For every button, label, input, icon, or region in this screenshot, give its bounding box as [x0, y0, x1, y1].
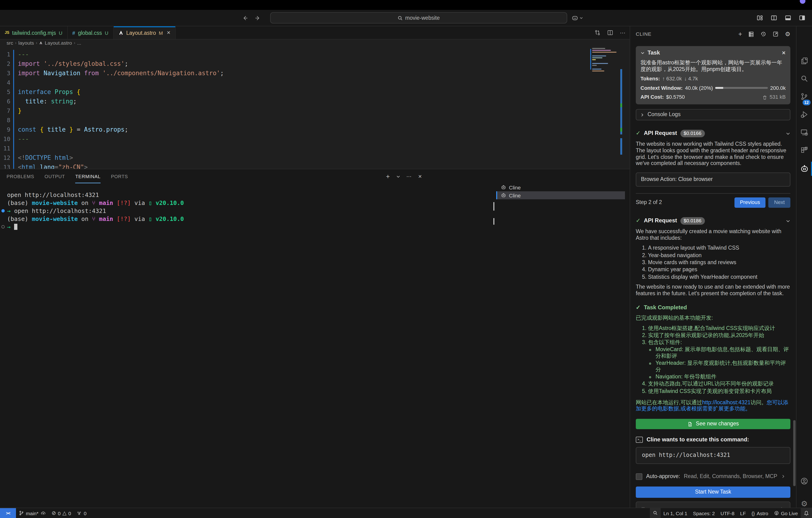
- code-line[interactable]: <!DOCTYPE html>: [18, 153, 630, 163]
- cursor-position[interactable]: Ln 1, Col 1: [661, 508, 690, 518]
- code-editor[interactable]: 12345678910111213 ---import '../styles/g…: [0, 46, 630, 169]
- chevron-down-icon[interactable]: [786, 219, 790, 223]
- close-icon[interactable]: ✕: [167, 30, 171, 35]
- close-task-icon[interactable]: ✕: [782, 50, 786, 56]
- minimap[interactable]: [592, 48, 619, 118]
- breadcrumb-item[interactable]: layouts: [18, 40, 34, 46]
- message-input-box[interactable]: ▷: [636, 501, 790, 508]
- previous-button[interactable]: Previous: [734, 197, 766, 208]
- toggle-secondary-sidebar-icon[interactable]: [799, 15, 805, 21]
- chevron-down-icon[interactable]: [786, 131, 790, 136]
- search-status-icon[interactable]: [650, 508, 661, 518]
- open-in-editor-icon[interactable]: [773, 31, 779, 37]
- chevron-down-icon: [579, 16, 583, 20]
- panel-tab-problems[interactable]: PROBLEMS: [7, 169, 34, 183]
- recording-indicator-dot: [800, 0, 805, 4]
- breadcrumb[interactable]: src › layouts › Layout.astro › ...: [0, 39, 630, 46]
- auto-approve-row[interactable]: Auto-approve: Read, Edit, Commands, Brow…: [636, 473, 790, 480]
- eol-sequence[interactable]: LF: [737, 508, 749, 518]
- chevron-right-icon: ›: [36, 40, 37, 45]
- encoding[interactable]: UTF-8: [718, 508, 737, 518]
- indentation[interactable]: Spaces: 2: [690, 508, 718, 518]
- trash-icon[interactable]: [762, 95, 767, 100]
- breadcrumb-item[interactable]: Layout.astro: [45, 40, 72, 46]
- code-line[interactable]: [18, 78, 630, 87]
- code-line[interactable]: import Navigation from '../components/Na…: [18, 68, 630, 78]
- remote-indicator[interactable]: ><: [0, 508, 16, 518]
- history-icon[interactable]: [760, 31, 767, 37]
- code-line[interactable]: interface Props {: [18, 87, 630, 97]
- git-branch-item[interactable]: main*: [16, 508, 49, 518]
- panel-tab-ports[interactable]: PORTS: [111, 169, 128, 183]
- chevron-down-icon[interactable]: [640, 51, 645, 55]
- language-mode[interactable]: {}Astro: [749, 508, 771, 518]
- start-new-task-button[interactable]: Start New Task: [636, 487, 790, 498]
- terminal-dropdown-icon[interactable]: [396, 174, 400, 178]
- open-changes-icon[interactable]: [594, 30, 601, 36]
- breadcrumb-item[interactable]: ...: [77, 40, 81, 46]
- ports-item[interactable]: 0: [74, 508, 89, 518]
- see-new-changes-button[interactable]: See new changes: [636, 419, 790, 429]
- api-request-row[interactable]: ✓ API Request $0.0166: [636, 130, 790, 137]
- check-icon: ✓: [636, 130, 640, 137]
- run-debug-icon[interactable]: [796, 106, 812, 122]
- problems-item[interactable]: ⊘0 △0: [49, 508, 74, 518]
- overview-ruler: [620, 69, 622, 155]
- settings-icon[interactable]: ⚙: [785, 30, 790, 37]
- account-icon[interactable]: [796, 473, 812, 489]
- breadcrumb-item[interactable]: src: [7, 40, 13, 46]
- js-icon: JS: [5, 31, 9, 35]
- terminal-instance-cline[interactable]: Cline: [496, 183, 625, 191]
- api-request-row[interactable]: ✓ API Request $0.0186: [636, 217, 790, 225]
- auto-approve-checkbox[interactable]: [636, 473, 642, 480]
- panel-more-icon[interactable]: ⋯: [406, 173, 412, 179]
- copilot-menu[interactable]: [572, 15, 583, 21]
- code-line[interactable]: [18, 116, 630, 125]
- terminal-output[interactable]: open http://localhost:4321(base) movie-w…: [0, 183, 492, 508]
- cline-scrollbar[interactable]: [793, 420, 795, 486]
- browse-action-box: Browse Action: Close browser: [636, 173, 790, 186]
- terminal-instance-cline[interactable]: Cline: [496, 191, 625, 199]
- extensions-icon[interactable]: [796, 142, 812, 158]
- code-line[interactable]: title: string;: [18, 97, 630, 106]
- source-control-icon[interactable]: 12: [796, 88, 812, 104]
- code-line[interactable]: ---: [18, 135, 630, 144]
- code-line[interactable]: [18, 144, 630, 153]
- command-box[interactable]: open http://localhost:4321: [636, 447, 790, 464]
- tab-tailwind-config[interactable]: JS tailwind.config.mjs U: [0, 26, 67, 39]
- new-task-icon[interactable]: +: [738, 30, 742, 38]
- completion-list-item: 使用Tailwind CSS实现了美观的渐变背景和卡片布局: [648, 388, 790, 395]
- history-forward-icon[interactable]: [255, 15, 261, 21]
- localhost-link[interactable]: http://localhost:4321: [702, 399, 750, 405]
- panel-tab-terminal[interactable]: TERMINAL: [76, 169, 101, 183]
- code-line[interactable]: const { title } = Astro.props;: [18, 125, 630, 135]
- console-logs-section[interactable]: Console Logs: [636, 109, 790, 120]
- code-line[interactable]: <html lang="zh-CN">: [18, 163, 630, 169]
- cline-conversation[interactable]: Task ✕ 我准备用astro框架整一个观影网站，网站每一页展示每一年度的观影…: [630, 41, 796, 508]
- notifications-bell-icon[interactable]: [801, 508, 812, 518]
- split-editor-icon[interactable]: [607, 30, 613, 36]
- split-editor-icon[interactable]: [771, 15, 777, 21]
- toggle-panel-icon[interactable]: [785, 15, 791, 21]
- next-button[interactable]: Next: [768, 197, 790, 208]
- go-live-item[interactable]: Go Live: [771, 508, 801, 518]
- chevron-right-icon: ›: [74, 40, 75, 45]
- cline-extension-icon[interactable]: [796, 161, 812, 177]
- code-line[interactable]: ---: [18, 50, 630, 59]
- code-line[interactable]: }: [18, 106, 630, 116]
- history-back-icon[interactable]: [242, 15, 248, 21]
- tab-layout-astro[interactable]: Layout.astro M ✕: [114, 26, 176, 39]
- code-content[interactable]: ---import '../styles/global.css';import …: [14, 46, 630, 169]
- tab-global-css[interactable]: # global.css U: [67, 26, 114, 39]
- remote-explorer-icon[interactable]: [796, 124, 812, 140]
- search-icon[interactable]: [796, 70, 812, 86]
- new-terminal-icon[interactable]: +: [386, 173, 390, 180]
- command-center-search[interactable]: movie-website: [270, 12, 567, 24]
- code-line[interactable]: import '../styles/global.css';: [18, 59, 630, 68]
- customize-layout-icon[interactable]: [757, 15, 763, 21]
- mcp-servers-icon[interactable]: [748, 31, 754, 37]
- more-actions-icon[interactable]: ⋯: [620, 29, 626, 36]
- panel-tab-output[interactable]: OUTPUT: [45, 169, 65, 183]
- explorer-icon[interactable]: [796, 53, 812, 68]
- close-panel-icon[interactable]: ✕: [418, 174, 422, 179]
